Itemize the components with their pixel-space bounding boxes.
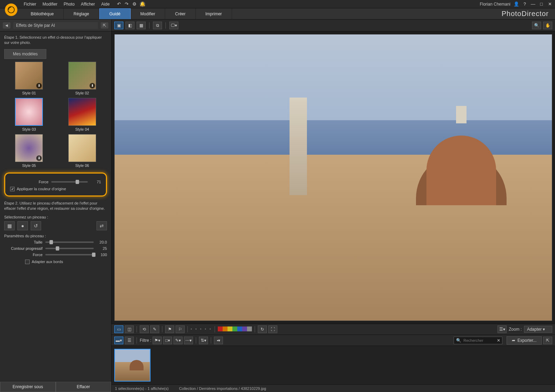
download-icon[interactable]: ⬇ [90,83,95,89]
search-box[interactable]: 🔍 ✕ [454,337,502,344]
style-label: Style 06 [61,163,104,168]
back-button[interactable]: ◄ [3,22,10,29]
zoom-tool-icon[interactable]: 🔍 [532,22,541,29]
brush-restore-button[interactable]: ↺ [31,221,41,230]
sort-icon[interactable]: ⇅▾ [199,337,208,344]
my-models-button[interactable]: Mes modèles [4,49,46,59]
user-avatar-icon[interactable]: 👤 [514,2,519,7]
zoom-select[interactable]: Adapter ▾ [524,326,552,333]
stack-icon[interactable]: ▪▾ [214,337,223,344]
module-create[interactable]: Créer [165,8,195,19]
brush-swap-button[interactable]: ⇄ [97,221,107,230]
size-slider[interactable] [45,241,94,243]
reject-icon[interactable]: ⚐ [176,325,185,333]
clear-search-icon[interactable]: ✕ [497,338,500,343]
highlighted-controls: Force 71 ✓ Appliquer la couleur d'origin… [4,172,107,197]
settings-icon[interactable]: ⚙ [132,2,137,7]
viewer-toolbar: ▣ ◧ ▦ ⧉ 🖵▾ 🔍 ✋ [111,20,555,31]
style-thumb-06[interactable]: Style 06 [61,134,104,168]
fit-edges-label: Adapter aux bords [32,260,63,264]
module-library[interactable]: Bibliothèque [21,8,64,19]
refresh-icon[interactable]: ↻ [258,325,267,333]
main-menu: Fichier Modifier Photo Afficher Aide [24,2,110,7]
view-single-icon[interactable]: ▣ [114,22,123,29]
module-adjust[interactable]: Réglage [64,8,99,19]
module-print[interactable]: Imprimer [196,8,232,19]
style-label: Style 05 [8,163,51,168]
filter-label: Filtre : [140,338,151,343]
rotate-left-icon[interactable]: ⟲ [140,325,149,333]
style-label: Style 03 [8,127,51,131]
menu-file[interactable]: Fichier [24,2,36,7]
style-label: Style 04 [61,127,104,131]
filter-label-icon[interactable]: □▾ [163,337,172,344]
style-thumb-02[interactable]: ⬇Style 02 [61,62,104,95]
force-slider[interactable] [51,181,88,183]
search-input[interactable] [463,338,495,343]
user-name[interactable]: Florian Chemani [480,2,510,7]
help-icon[interactable]: ? [522,2,527,7]
brush-add-button[interactable]: ▦ [4,221,15,230]
filter-toolbar: ▬▾ ☰ Filtre : ⚑▾ □▾ ✎▾ ⋯▾ ⇅▾ ▪▾ 🔍 ✕ ➦Exp… [111,335,555,346]
filter-flag-icon[interactable]: ⚑▾ [153,337,162,344]
list-mode-icon[interactable]: ☰ [125,337,134,344]
status-path: Collection / Dernières importations / 43… [179,386,266,391]
status-selection: 1 sélectionnée(s) - 1 affichée(s) [115,386,169,391]
color-swatches[interactable] [218,326,252,332]
menu-edit[interactable]: Modifier [43,2,57,7]
export-button[interactable]: ➦Exporter... [507,336,542,345]
zoom-label: Zoom : [509,327,522,332]
menu-help[interactable]: Aide [101,2,110,7]
orig-color-checkbox[interactable]: ✓ [10,187,15,191]
filmstrip-mode-icon[interactable]: ▬▾ [114,337,123,344]
style-thumb-05[interactable]: ⬇Style 05 [8,134,51,168]
module-edit[interactable]: Modifier [131,8,165,19]
download-icon[interactable]: ⬇ [36,83,42,89]
compare-single-icon[interactable]: ▭ [114,325,123,333]
popout-icon[interactable]: ⇱ [101,22,108,29]
size-label: Taille [4,240,43,244]
style-thumb-01[interactable]: ⬇Style 01 [8,62,51,95]
style-thumb-04[interactable]: Style 04 [61,98,104,131]
status-bar: 1 sélectionnée(s) - 1 affichée(s) Collec… [111,384,555,392]
style-grid: ⬇Style 01 ⬇Style 02 Style 03 Style 04 ⬇S… [4,62,107,171]
close-button[interactable]: ✕ [547,2,552,7]
rating-stars[interactable]: • • • • • [191,327,212,332]
save-as-button[interactable]: Enregistrer sous [0,382,56,392]
clear-button[interactable]: Effacer [56,382,111,392]
force2-slider[interactable] [45,254,94,255]
eyedropper-icon[interactable]: ✎ [150,325,159,333]
orig-color-label: Appliquer la couleur d'origine [17,187,66,191]
notification-icon[interactable]: 🔔 [140,1,145,7]
filter-more-icon[interactable]: ⋯▾ [184,337,193,344]
view-mirror-icon[interactable]: ⧉ [153,22,162,29]
select-brush-label: Sélectionnez un pinceau : [4,215,107,219]
module-guided[interactable]: Guidé [99,8,131,19]
filmstrip-thumb[interactable] [114,349,151,382]
force2-label: Force [4,253,43,257]
minimize-button[interactable]: ― [531,2,535,7]
main-area: ▣ ◧ ▦ ⧉ 🖵▾ 🔍 ✋ ▭ ◫ ⟲ ✎ ⚑ ⚐ [111,20,555,392]
redo-icon[interactable]: ↷ [124,2,129,7]
feather-slider[interactable] [45,248,94,249]
brush-round-button[interactable]: ● [17,221,28,230]
crop-icon[interactable]: ⛶ [268,325,277,333]
maximize-button[interactable]: □ [539,2,544,7]
share-icon[interactable]: ⇱ [543,337,552,344]
view-compare-icon[interactable]: ◧ [125,22,134,29]
view-display-icon[interactable]: 🖵▾ [169,22,178,29]
canvas[interactable] [111,31,555,324]
undo-icon[interactable]: ↶ [117,2,122,7]
step2-text: Étape 2. Utilisez le pinceau d'effacemen… [4,201,107,212]
download-icon[interactable]: ⬇ [36,155,42,161]
menu-view[interactable]: Afficher [81,2,95,7]
compare-split-icon[interactable]: ◫ [125,325,134,333]
style-thumb-03[interactable]: Style 03 [8,98,51,131]
menu-photo[interactable]: Photo [64,2,75,7]
view-grid-icon[interactable]: ▦ [137,22,146,29]
list-sort-icon[interactable]: ☰▾ [498,325,507,333]
fit-edges-checkbox[interactable] [25,260,30,264]
filter-edit-icon[interactable]: ✎▾ [174,337,183,344]
hand-tool-icon[interactable]: ✋ [543,22,552,29]
flag-icon[interactable]: ⚑ [165,325,174,333]
